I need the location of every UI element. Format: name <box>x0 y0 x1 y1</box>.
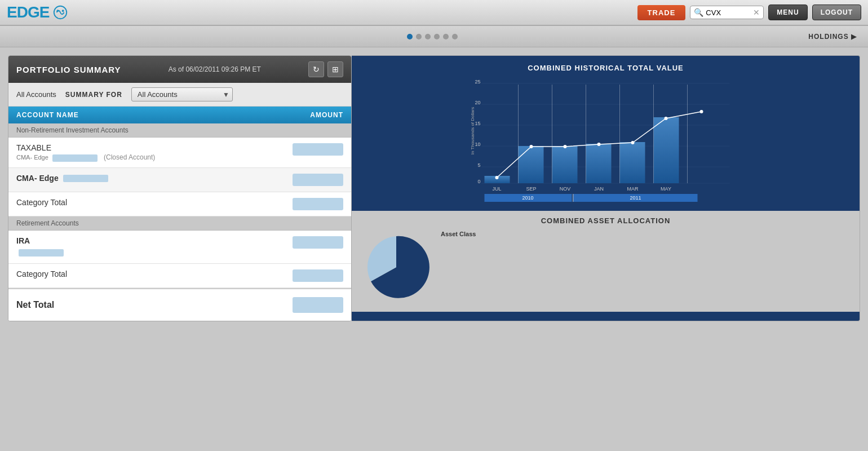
taxable-cma-label: CMA- Edge <box>16 154 48 161</box>
summary-for-label: SUMMARY FOR <box>65 91 122 99</box>
closed-label: (Closed Account) <box>104 153 155 161</box>
svg-rect-19 <box>552 146 578 183</box>
search-box: 🔍 ✕ <box>690 6 764 19</box>
category-2-label: Retirement Accounts <box>16 219 79 227</box>
taxable-row: TAXABLE CMA- Edge (Closed Account) <box>8 138 351 168</box>
svg-rect-22 <box>654 117 679 183</box>
chart-section: COMBINED HISTORICAL TOTAL VALUE 25 20 15… <box>352 56 860 211</box>
net-total-amount <box>293 297 343 313</box>
svg-rect-44 <box>573 194 574 202</box>
dots-container <box>56 34 808 39</box>
content-area: PORTFOLIO SUMMARY As of 06/02/2011 09:26… <box>0 47 868 321</box>
cma-edge-label: CMA- Edge <box>16 174 108 183</box>
cma-edge-amount <box>293 174 343 186</box>
panel-controls: ↻ ⊞ <box>308 61 343 77</box>
taxable-sublabel: CMA- Edge (Closed Account) <box>16 153 155 162</box>
category-total-row-2: Category Total <box>8 264 351 288</box>
svg-text:SEP: SEP <box>526 186 536 192</box>
svg-text:MAR: MAR <box>627 186 639 192</box>
trade-button[interactable]: TRADE <box>637 5 686 20</box>
svg-point-30 <box>530 145 533 148</box>
asset-content: Asset Class <box>360 231 852 306</box>
svg-point-31 <box>564 145 567 148</box>
ira-row: IRA <box>8 231 351 264</box>
ira-label: IRA <box>16 236 64 245</box>
category-row-2: Retirement Accounts <box>8 216 351 231</box>
svg-text:20: 20 <box>475 100 480 105</box>
nav-right: TRADE 🔍 ✕ MENU LOGOUT <box>637 5 861 20</box>
svg-text:2010: 2010 <box>522 195 533 201</box>
taxable-label: TAXABLE <box>16 143 155 152</box>
svg-text:0: 0 <box>477 179 480 184</box>
grid-button[interactable]: ⊞ <box>327 61 343 77</box>
svg-point-35 <box>700 110 703 113</box>
svg-point-34 <box>665 117 668 120</box>
svg-rect-21 <box>620 142 645 183</box>
dot-2[interactable] <box>416 34 422 39</box>
svg-text:In Thousands of Dollars: In Thousands of Dollars <box>470 107 475 154</box>
historical-chart: 25 20 15 10 5 0 In Thousands of Dollars <box>360 79 852 203</box>
svg-text:MAY: MAY <box>661 186 671 192</box>
cma-edge-label-group: CMA- Edge <box>16 174 108 183</box>
col-account-name-header: ACCOUNT NAME <box>16 111 79 119</box>
taxable-amount <box>293 143 343 156</box>
menu-button[interactable]: MENU <box>768 5 807 20</box>
svg-point-32 <box>597 143 601 146</box>
refresh-button[interactable]: ↻ <box>308 61 324 77</box>
svg-point-29 <box>495 176 499 179</box>
filter-row: All Accounts SUMMARY FOR All Accounts ▼ <box>8 83 351 107</box>
top-nav: EDGE TRADE 🔍 ✕ MENU LOGOUT <box>0 0 868 26</box>
svg-text:JUL: JUL <box>492 186 501 192</box>
logo-area: EDGE <box>7 5 637 20</box>
logo-text: EDGE <box>7 5 49 20</box>
category-total-row-1: Category Total <box>8 192 351 216</box>
svg-rect-18 <box>519 146 544 183</box>
category-total-1-label: Category Total <box>16 198 67 207</box>
category-total-1-amount <box>293 198 343 210</box>
dot-5[interactable] <box>443 34 449 39</box>
chart-title: COMBINED HISTORICAL TOTAL VALUE <box>360 64 852 72</box>
search-icon[interactable]: 🔍 <box>694 8 703 17</box>
net-total-label: Net Total <box>16 300 54 310</box>
holdings-link[interactable]: HOLDINGS ▶ <box>808 33 857 41</box>
legend-title: Asset Class <box>441 231 476 237</box>
taxable-row-label-group: TAXABLE CMA- Edge (Closed Account) <box>16 143 155 162</box>
ira-account-number <box>19 249 64 257</box>
dot-1[interactable] <box>407 34 413 39</box>
category-total-2-label: Category Total <box>16 269 67 278</box>
asset-allocation-section: COMBINED ASSET ALLOCATION Asset Class <box>352 211 860 312</box>
cma-edge-row: CMA- Edge <box>8 168 351 192</box>
panel-title: PORTFOLIO SUMMARY <box>16 65 121 74</box>
dot-3[interactable] <box>425 34 431 39</box>
svg-text:5: 5 <box>477 162 480 168</box>
search-input[interactable] <box>706 8 751 17</box>
svg-text:10: 10 <box>475 142 480 147</box>
svg-rect-20 <box>586 144 612 183</box>
taxable-account-number <box>52 154 98 162</box>
chart-container: 25 20 15 10 5 0 In Thousands of Dollars <box>360 79 852 203</box>
account-select-wrapper: All Accounts ▼ <box>131 87 233 101</box>
subheader: HOLDINGS ▶ <box>0 26 868 47</box>
all-accounts-label: All Accounts <box>16 90 56 99</box>
col-amount-header: AMOUNT <box>310 111 343 119</box>
net-total-row: Net Total <box>8 288 351 321</box>
asset-legend: Asset Class <box>441 231 476 240</box>
dot-4[interactable] <box>434 34 440 39</box>
category-1-label: Non-Retirement Investment Accounts <box>16 126 129 134</box>
clear-icon[interactable]: ✕ <box>753 8 760 17</box>
asset-allocation-title: COMBINED ASSET ALLOCATION <box>360 216 852 225</box>
panel-header: PORTFOLIO SUMMARY As of 06/02/2011 09:26… <box>8 56 351 83</box>
svg-point-1 <box>57 10 59 12</box>
svg-point-2 <box>62 10 64 12</box>
right-panel: COMBINED HISTORICAL TOTAL VALUE 25 20 15… <box>352 55 860 321</box>
svg-text:25: 25 <box>475 79 480 85</box>
svg-text:2011: 2011 <box>630 195 641 201</box>
dot-6[interactable] <box>452 34 458 39</box>
svg-text:JAN: JAN <box>594 186 604 192</box>
ira-label-group: IRA <box>16 236 64 258</box>
svg-point-33 <box>631 141 635 144</box>
table-header: ACCOUNT NAME AMOUNT <box>8 107 351 123</box>
logout-button[interactable]: LOGOUT <box>812 5 861 20</box>
cma-account-number <box>63 175 108 182</box>
account-select[interactable]: All Accounts <box>131 87 233 101</box>
